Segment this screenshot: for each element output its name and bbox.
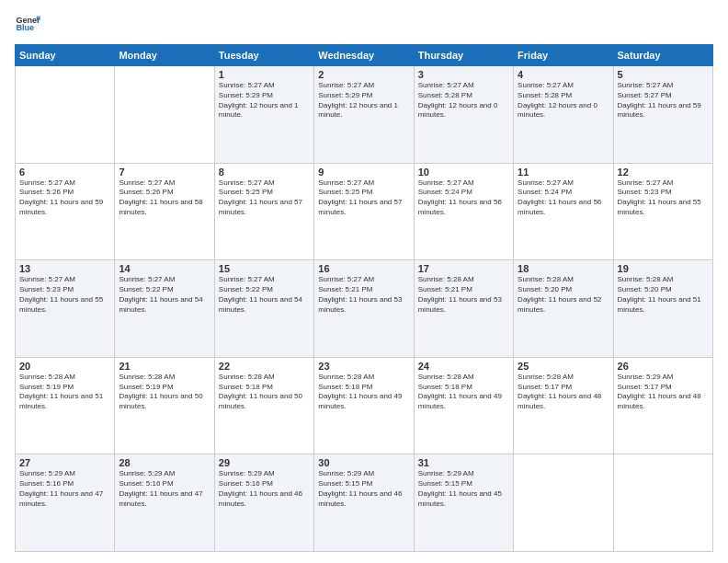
day-info: Sunrise: 5:27 AMSunset: 5:28 PMDaylight:… [518,81,609,121]
day-info: Sunrise: 5:27 AMSunset: 5:26 PMDaylight:… [119,178,210,218]
day-cell: 23Sunrise: 5:28 AMSunset: 5:18 PMDayligh… [314,357,414,454]
day-number: 23 [318,361,409,372]
day-cell: 9Sunrise: 5:27 AMSunset: 5:25 PMDaylight… [314,163,414,260]
day-info: Sunrise: 5:27 AMSunset: 5:29 PMDaylight:… [318,81,409,121]
day-cell: 5Sunrise: 5:27 AMSunset: 5:27 PMDaylight… [613,66,712,164]
day-cell: 25Sunrise: 5:28 AMSunset: 5:17 PMDayligh… [514,357,613,454]
day-cell: 14Sunrise: 5:27 AMSunset: 5:22 PMDayligh… [115,260,214,358]
day-number: 3 [418,69,509,80]
day-info: Sunrise: 5:27 AMSunset: 5:27 PMDaylight:… [618,81,709,121]
day-cell: 12Sunrise: 5:27 AMSunset: 5:23 PMDayligh… [613,163,712,260]
day-info: Sunrise: 5:27 AMSunset: 5:24 PMDaylight:… [418,178,509,218]
day-number: 1 [219,69,310,80]
week-row-4: 20Sunrise: 5:28 AMSunset: 5:19 PMDayligh… [16,357,713,454]
weekday-wednesday: Wednesday [314,45,414,66]
day-number: 11 [518,167,609,178]
day-info: Sunrise: 5:28 AMSunset: 5:20 PMDaylight:… [518,275,609,315]
day-info: Sunrise: 5:27 AMSunset: 5:26 PMDaylight:… [19,178,110,218]
weekday-header-row: SundayMondayTuesdayWednesdayThursdayFrid… [16,45,713,66]
week-row-1: 1Sunrise: 5:27 AMSunset: 5:29 PMDaylight… [16,66,713,164]
week-row-2: 6Sunrise: 5:27 AMSunset: 5:26 PMDaylight… [16,163,713,260]
day-cell: 24Sunrise: 5:28 AMSunset: 5:18 PMDayligh… [414,357,513,454]
day-info: Sunrise: 5:28 AMSunset: 5:17 PMDaylight:… [518,373,609,412]
day-info: Sunrise: 5:27 AMSunset: 5:25 PMDaylight:… [219,178,310,218]
day-info: Sunrise: 5:28 AMSunset: 5:19 PMDaylight:… [19,373,110,412]
day-info: Sunrise: 5:29 AMSunset: 5:15 PMDaylight:… [418,469,509,509]
day-number: 10 [418,167,509,178]
day-cell: 6Sunrise: 5:27 AMSunset: 5:26 PMDaylight… [16,163,115,260]
day-number: 13 [19,263,110,274]
weekday-monday: Monday [115,45,214,66]
day-cell [613,454,712,552]
day-number: 7 [119,167,210,178]
day-number: 4 [518,69,609,80]
day-cell: 13Sunrise: 5:27 AMSunset: 5:23 PMDayligh… [16,260,115,358]
week-row-3: 13Sunrise: 5:27 AMSunset: 5:23 PMDayligh… [16,260,713,358]
day-info: Sunrise: 5:27 AMSunset: 5:23 PMDaylight:… [618,178,709,218]
day-info: Sunrise: 5:27 AMSunset: 5:24 PMDaylight:… [518,178,609,218]
day-number: 27 [19,457,110,468]
day-number: 25 [518,361,609,372]
day-number: 26 [618,361,709,372]
day-cell: 31Sunrise: 5:29 AMSunset: 5:15 PMDayligh… [414,454,513,552]
day-number: 9 [318,167,409,178]
header: General Blue [15,11,713,37]
day-number: 5 [618,69,709,80]
day-info: Sunrise: 5:28 AMSunset: 5:18 PMDaylight:… [418,373,509,412]
day-info: Sunrise: 5:27 AMSunset: 5:21 PMDaylight:… [318,275,409,315]
day-number: 30 [318,457,409,468]
day-info: Sunrise: 5:27 AMSunset: 5:22 PMDaylight:… [219,275,310,315]
day-number: 18 [518,263,609,274]
day-cell: 29Sunrise: 5:29 AMSunset: 5:16 PMDayligh… [214,454,313,552]
day-cell: 30Sunrise: 5:29 AMSunset: 5:15 PMDayligh… [314,454,414,552]
day-cell: 21Sunrise: 5:28 AMSunset: 5:19 PMDayligh… [115,357,214,454]
weekday-thursday: Thursday [414,45,513,66]
day-cell: 16Sunrise: 5:27 AMSunset: 5:21 PMDayligh… [314,260,414,358]
weekday-sunday: Sunday [16,45,115,66]
weekday-friday: Friday [514,45,613,66]
day-cell: 8Sunrise: 5:27 AMSunset: 5:25 PMDaylight… [214,163,313,260]
day-cell [115,66,214,164]
day-info: Sunrise: 5:28 AMSunset: 5:21 PMDaylight:… [418,275,509,315]
day-number: 31 [418,457,509,468]
day-number: 20 [19,361,110,372]
day-cell: 7Sunrise: 5:27 AMSunset: 5:26 PMDaylight… [115,163,214,260]
day-cell: 17Sunrise: 5:28 AMSunset: 5:21 PMDayligh… [414,260,513,358]
weekday-saturday: Saturday [613,45,712,66]
day-number: 19 [618,263,709,274]
day-cell: 28Sunrise: 5:29 AMSunset: 5:16 PMDayligh… [115,454,214,552]
logo-icon: General Blue [15,11,40,37]
day-cell: 4Sunrise: 5:27 AMSunset: 5:28 PMDaylight… [514,66,613,164]
day-info: Sunrise: 5:29 AMSunset: 5:16 PMDaylight:… [219,469,310,509]
day-cell: 26Sunrise: 5:29 AMSunset: 5:17 PMDayligh… [613,357,712,454]
day-cell: 11Sunrise: 5:27 AMSunset: 5:24 PMDayligh… [514,163,613,260]
day-number: 2 [318,69,409,80]
day-number: 29 [219,457,310,468]
day-number: 24 [418,361,509,372]
day-number: 16 [318,263,409,274]
day-info: Sunrise: 5:29 AMSunset: 5:16 PMDaylight:… [119,469,210,509]
day-cell: 20Sunrise: 5:28 AMSunset: 5:19 PMDayligh… [16,357,115,454]
svg-text:Blue: Blue [16,23,34,32]
day-number: 22 [219,361,310,372]
day-number: 6 [19,167,110,178]
day-number: 12 [618,167,709,178]
day-info: Sunrise: 5:27 AMSunset: 5:29 PMDaylight:… [219,81,310,121]
day-cell: 2Sunrise: 5:27 AMSunset: 5:29 PMDaylight… [314,66,414,164]
day-info: Sunrise: 5:27 AMSunset: 5:25 PMDaylight:… [318,178,409,218]
day-info: Sunrise: 5:27 AMSunset: 5:23 PMDaylight:… [19,275,110,315]
day-info: Sunrise: 5:28 AMSunset: 5:19 PMDaylight:… [119,373,210,412]
day-number: 21 [119,361,210,372]
day-cell [16,66,115,164]
day-info: Sunrise: 5:27 AMSunset: 5:28 PMDaylight:… [418,81,509,121]
day-cell: 27Sunrise: 5:29 AMSunset: 5:16 PMDayligh… [16,454,115,552]
day-info: Sunrise: 5:29 AMSunset: 5:15 PMDaylight:… [318,469,409,509]
day-cell [514,454,613,552]
day-info: Sunrise: 5:29 AMSunset: 5:17 PMDaylight:… [618,373,709,412]
day-cell: 19Sunrise: 5:28 AMSunset: 5:20 PMDayligh… [613,260,712,358]
day-info: Sunrise: 5:28 AMSunset: 5:20 PMDaylight:… [618,275,709,315]
day-cell: 3Sunrise: 5:27 AMSunset: 5:28 PMDaylight… [414,66,513,164]
calendar: SundayMondayTuesdayWednesdayThursdayFrid… [15,44,713,552]
day-number: 17 [418,263,509,274]
day-cell: 18Sunrise: 5:28 AMSunset: 5:20 PMDayligh… [514,260,613,358]
